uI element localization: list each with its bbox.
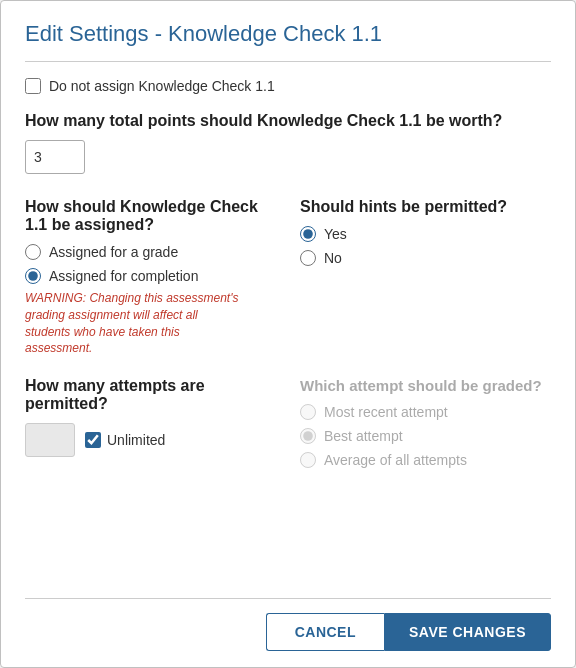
hints-yes-label[interactable]: Yes [324, 226, 347, 242]
best-attempt-radio [300, 428, 316, 444]
best-attempt-item: Best attempt [300, 428, 551, 444]
attempts-row: Unlimited [25, 423, 276, 457]
attempts-graded-row: How many attempts are permitted? Unlimit… [25, 377, 551, 477]
assign-for-grade-item: Assigned for a grade [25, 244, 276, 260]
hints-question: Should hints be permitted? [300, 198, 551, 216]
graded-column: Which attempt should be graded? Most rec… [292, 377, 551, 477]
assign-hints-row: How should Knowledge Check 1.1 be assign… [25, 198, 551, 357]
title-divider [25, 61, 551, 62]
unlimited-checkbox[interactable] [85, 432, 101, 448]
most-recent-label: Most recent attempt [324, 404, 448, 420]
assign-column: How should Knowledge Check 1.1 be assign… [25, 198, 292, 357]
modal-title: Edit Settings - Knowledge Check 1.1 [25, 21, 551, 47]
graded-question: Which attempt should be graded? [300, 377, 551, 394]
assign-for-grade-label[interactable]: Assigned for a grade [49, 244, 178, 260]
hints-no-radio[interactable] [300, 250, 316, 266]
attempts-input[interactable] [25, 423, 75, 457]
assign-for-completion-radio[interactable] [25, 268, 41, 284]
attempts-question: How many attempts are permitted? [25, 377, 276, 413]
most-recent-radio [300, 404, 316, 420]
do-not-assign-checkbox[interactable] [25, 78, 41, 94]
assign-for-completion-label[interactable]: Assigned for completion [49, 268, 198, 284]
cancel-button[interactable]: CANCEL [266, 613, 384, 651]
hints-yes-item: Yes [300, 226, 551, 242]
assignment-warning: WARNING: Changing this assessment's grad… [25, 290, 245, 357]
save-changes-button[interactable]: SAVE CHANGES [384, 613, 551, 651]
hints-no-item: No [300, 250, 551, 266]
hints-column: Should hints be permitted? Yes No [292, 198, 551, 357]
assign-radio-group: Assigned for a grade Assigned for comple… [25, 244, 276, 284]
assign-for-completion-item: Assigned for completion [25, 268, 276, 284]
hints-no-label[interactable]: No [324, 250, 342, 266]
points-question: How many total points should Knowledge C… [25, 112, 551, 130]
points-input[interactable] [25, 140, 85, 174]
average-item: Average of all attempts [300, 452, 551, 468]
assign-for-grade-radio[interactable] [25, 244, 41, 260]
average-label: Average of all attempts [324, 452, 467, 468]
assign-question: How should Knowledge Check 1.1 be assign… [25, 198, 276, 234]
unlimited-label[interactable]: Unlimited [107, 432, 165, 448]
graded-radio-group: Most recent attempt Best attempt Average… [300, 404, 551, 468]
best-attempt-label: Best attempt [324, 428, 403, 444]
most-recent-item: Most recent attempt [300, 404, 551, 420]
edit-settings-modal: Edit Settings - Knowledge Check 1.1 Do n… [0, 0, 576, 668]
do-not-assign-row: Do not assign Knowledge Check 1.1 [25, 78, 551, 94]
modal-footer: CANCEL SAVE CHANGES [25, 598, 551, 667]
attempts-column: How many attempts are permitted? Unlimit… [25, 377, 292, 457]
hints-yes-radio[interactable] [300, 226, 316, 242]
hints-radio-group: Yes No [300, 226, 551, 266]
do-not-assign-label[interactable]: Do not assign Knowledge Check 1.1 [49, 78, 275, 94]
average-radio [300, 452, 316, 468]
unlimited-row: Unlimited [85, 432, 165, 448]
